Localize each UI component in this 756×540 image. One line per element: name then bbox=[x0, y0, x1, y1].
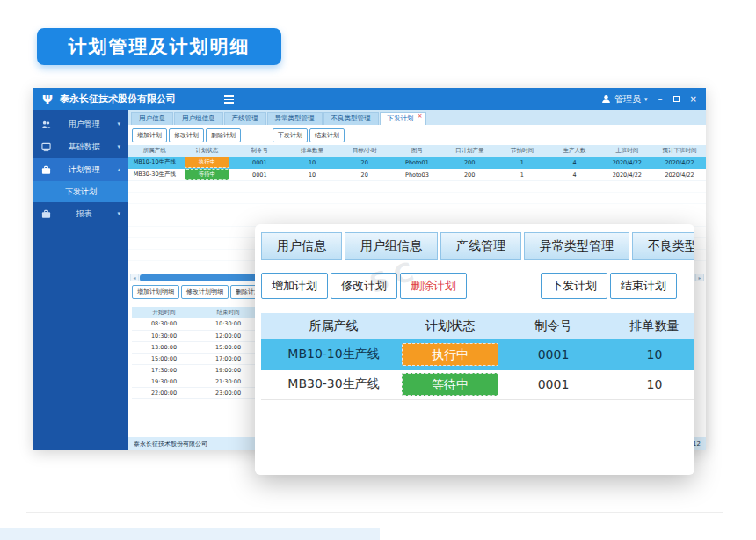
overlay-tab-exception-type[interactable]: 异常类型管理 bbox=[524, 232, 629, 260]
table-row[interactable]: 15:00:00 17:00:00 bbox=[132, 353, 260, 364]
column-header: 日计划产量 bbox=[443, 145, 496, 157]
add-plan-detail-button[interactable]: 增加计划明细 bbox=[132, 285, 179, 299]
table-row[interactable]: MB30-30生产线 等待中 0001 10 20 Photo03 200 1 … bbox=[128, 169, 706, 181]
cell-shift-end: 2020/4/22 bbox=[653, 157, 706, 169]
overlay-finish-plan-button[interactable]: 结束计划 bbox=[610, 273, 677, 299]
tab-close-icon[interactable]: × bbox=[418, 113, 423, 120]
status-badge-waiting: 等待中 bbox=[185, 169, 229, 180]
cell-shift-end: 2020/4/22 bbox=[653, 169, 706, 181]
edit-plan-button[interactable]: 修改计划 bbox=[169, 128, 204, 142]
column-header: 制令号 bbox=[233, 145, 286, 157]
user-icon bbox=[601, 94, 611, 104]
delete-plan-button[interactable]: 删除计划 bbox=[206, 128, 241, 142]
table-row[interactable]: MB30-30生产线 等待中 0001 10 bbox=[261, 369, 694, 399]
user-menu[interactable]: 管理员 ▾ bbox=[601, 93, 648, 106]
tab-dispatch-plan[interactable]: 下发计划 × bbox=[380, 112, 426, 125]
cell-qty: 10 bbox=[286, 157, 338, 169]
finish-plan-button[interactable]: 结束计划 bbox=[309, 128, 345, 142]
cell-qty: 10 bbox=[604, 369, 694, 399]
cell-target-per-hour: 20 bbox=[338, 169, 391, 181]
column-header: 排单数量 bbox=[604, 313, 694, 339]
tab-line-management[interactable]: 产线管理 bbox=[224, 112, 266, 125]
overlay-plan-table: 所属产线 计划状态 制令号 排单数量 MB10-10生产线 执行中 0001 1… bbox=[261, 313, 694, 400]
sidebar-item-reports[interactable]: 报表 ▾ bbox=[33, 202, 128, 225]
sidebar-item-base-data[interactable]: 基础数据 ▾ bbox=[33, 135, 128, 158]
tab-exception-type[interactable]: 异常类型管理 bbox=[267, 112, 323, 125]
cell-shift-start: 2020/4/22 bbox=[600, 157, 653, 169]
cell-line: MB10-10生产线 bbox=[128, 157, 181, 169]
column-header: 生产人数 bbox=[549, 145, 601, 157]
users-icon bbox=[41, 120, 51, 129]
table-row[interactable]: 13:00:00 15:00:00 bbox=[132, 341, 260, 353]
overlay-tab-user-group-info[interactable]: 用户组信息 bbox=[345, 232, 438, 260]
empty-row bbox=[128, 193, 706, 204]
sidebar: 用户管理 ▾ 基础数据 ▾ 计划管理 ▴ 下发计划 bbox=[33, 110, 128, 450]
table-row[interactable]: 17:30:00 19:00:00 bbox=[132, 364, 260, 376]
cell-line: MB30-30生产线 bbox=[270, 369, 397, 399]
sidebar-item-label: 用户管理 bbox=[55, 119, 113, 130]
scroll-left-icon[interactable]: ◂ bbox=[130, 274, 139, 281]
status-badge-running: 执行中 bbox=[402, 343, 498, 366]
overlay-table-header-row: 所属产线 计划状态 制令号 排单数量 bbox=[261, 313, 694, 339]
overlay-tab-line-management[interactable]: 产线管理 bbox=[440, 232, 521, 260]
table-row-selected[interactable]: MB10-10生产线 执行中 0001 10 20 Photo01 200 1 … bbox=[128, 157, 706, 169]
briefcase-icon bbox=[41, 165, 51, 175]
table-row-selected[interactable]: MB10-10生产线 执行中 0001 10 bbox=[261, 339, 694, 369]
overlay-add-plan-button[interactable]: 增加计划 bbox=[261, 273, 328, 299]
tab-user-group-info[interactable]: 用户组信息 bbox=[174, 112, 223, 125]
dispatch-plan-button[interactable]: 下发计划 bbox=[273, 128, 308, 142]
table-row[interactable]: 19:30:00 21:30:00 bbox=[132, 376, 260, 387]
cell-start-time: 17:30:00 bbox=[132, 364, 196, 376]
overlay-tab-defect-type[interactable]: 不良类型管理 bbox=[632, 232, 694, 260]
footer-company: 泰永长征技术股份有限公司 bbox=[134, 440, 207, 449]
cell-line: MB30-30生产线 bbox=[128, 169, 181, 181]
chevron-down-icon: ▾ bbox=[117, 120, 120, 128]
report-icon bbox=[41, 209, 51, 219]
window-titlebar: Ψ 泰永长征技术股份有限公司 管理员 ▾ – × bbox=[33, 88, 706, 110]
add-plan-button[interactable]: 增加计划 bbox=[132, 128, 167, 142]
overlay-delete-plan-button[interactable]: 删除计划 bbox=[400, 273, 467, 299]
page: 计划管理及计划明细 Ψ 泰永长征技术股份有限公司 管理员 ▾ – × bbox=[0, 0, 756, 540]
overlay-dispatch-plan-button[interactable]: 下发计划 bbox=[541, 273, 607, 299]
status-badge-waiting: 等待中 bbox=[402, 373, 498, 396]
tab-user-info[interactable]: 用户信息 bbox=[131, 112, 173, 125]
cell-start-time: 19:30:00 bbox=[132, 376, 196, 387]
cell-qty: 10 bbox=[604, 339, 694, 369]
cell-workers: 4 bbox=[549, 169, 601, 181]
maximize-button[interactable] bbox=[673, 95, 680, 104]
column-header: 节拍时间 bbox=[496, 145, 549, 157]
detail-table-header-row: 开始时间 结束时间 bbox=[132, 307, 260, 318]
table-row[interactable]: 08:30:00 10:30:00 bbox=[132, 318, 260, 330]
plan-detail-table: 开始时间 结束时间 08:30:00 10:30:00 10:30:00 12:… bbox=[132, 307, 260, 399]
column-header: 所属产线 bbox=[270, 313, 397, 339]
table-row[interactable]: 22:00:00 23:00:00 bbox=[132, 387, 260, 398]
cell-start-time: 08:30:00 bbox=[132, 318, 196, 330]
table-row[interactable]: 10:30:00 12:00:00 bbox=[132, 330, 260, 341]
cell-order-no: 0001 bbox=[503, 369, 604, 399]
column-header: 计划状态 bbox=[397, 313, 503, 339]
hamburger-menu-icon[interactable] bbox=[224, 95, 234, 104]
sidebar-item-user-management[interactable]: 用户管理 ▾ bbox=[33, 113, 128, 135]
column-header: 预计下班时间 bbox=[653, 145, 706, 157]
bottom-divider bbox=[26, 512, 723, 513]
cell-takt-time: 1 bbox=[496, 169, 549, 181]
column-header: 所属产线 bbox=[128, 145, 181, 157]
overlay-tab-user-info[interactable]: 用户信息 bbox=[261, 232, 342, 260]
cell-target-per-hour: 20 bbox=[338, 157, 391, 169]
cell-drawing-no: Photo01 bbox=[391, 157, 444, 169]
close-button[interactable]: × bbox=[690, 95, 697, 104]
cell-start-time: 15:00:00 bbox=[132, 353, 196, 364]
cell-drawing-no: Photo03 bbox=[391, 169, 444, 181]
sidebar-item-plan-management[interactable]: 计划管理 ▴ bbox=[33, 158, 128, 181]
column-header: 排单数量 bbox=[286, 145, 338, 157]
edit-plan-detail-button[interactable]: 修改计划明细 bbox=[181, 285, 229, 299]
status-badge-running: 执行中 bbox=[185, 157, 229, 168]
overlay-edit-plan-button[interactable]: 修改计划 bbox=[331, 273, 397, 299]
cell-end-time: 23:00:00 bbox=[196, 387, 260, 398]
cell-status: 等待中 bbox=[397, 369, 503, 399]
tab-defect-type[interactable]: 不良类型管理 bbox=[323, 112, 379, 125]
minimize-button[interactable]: – bbox=[658, 95, 663, 104]
sidebar-subitem-dispatch-plan[interactable]: 下发计划 bbox=[33, 181, 128, 202]
scroll-right-icon[interactable]: ▸ bbox=[695, 274, 704, 281]
column-header: 开始时间 bbox=[132, 307, 196, 318]
